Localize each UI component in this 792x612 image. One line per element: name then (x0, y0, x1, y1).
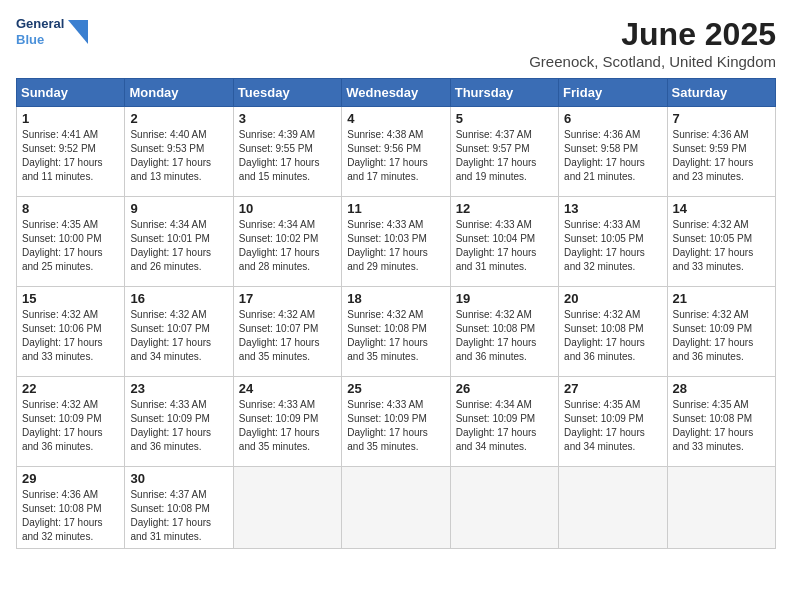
day-number: 10 (239, 201, 336, 216)
title-block: June 2025 Greenock, Scotland, United Kin… (529, 16, 776, 70)
day-number: 19 (456, 291, 553, 306)
day-number: 16 (130, 291, 227, 306)
calendar-day-cell: 25Sunrise: 4:33 AMSunset: 10:09 PMDaylig… (342, 377, 450, 467)
calendar-day-header: Monday (125, 79, 233, 107)
day-info: Sunrise: 4:35 AMSunset: 10:09 PMDaylight… (564, 399, 645, 452)
calendar-table: SundayMondayTuesdayWednesdayThursdayFrid… (16, 78, 776, 549)
day-number: 27 (564, 381, 661, 396)
day-info: Sunrise: 4:33 AMSunset: 10:04 PMDaylight… (456, 219, 537, 272)
logo-triangle-icon (68, 20, 88, 44)
calendar-day-cell (667, 467, 775, 549)
day-number: 4 (347, 111, 444, 126)
logo: General Blue (16, 16, 88, 47)
calendar-day-cell (342, 467, 450, 549)
day-info: Sunrise: 4:32 AMSunset: 10:08 PMDaylight… (564, 309, 645, 362)
day-number: 28 (673, 381, 770, 396)
day-number: 17 (239, 291, 336, 306)
calendar-day-header: Friday (559, 79, 667, 107)
day-number: 11 (347, 201, 444, 216)
calendar-day-cell: 9Sunrise: 4:34 AMSunset: 10:01 PMDayligh… (125, 197, 233, 287)
day-number: 29 (22, 471, 119, 486)
calendar-day-header: Thursday (450, 79, 558, 107)
day-number: 25 (347, 381, 444, 396)
day-info: Sunrise: 4:41 AMSunset: 9:52 PMDaylight:… (22, 129, 103, 182)
calendar-week-row: 15Sunrise: 4:32 AMSunset: 10:06 PMDaylig… (17, 287, 776, 377)
calendar-day-header: Wednesday (342, 79, 450, 107)
day-info: Sunrise: 4:32 AMSunset: 10:07 PMDaylight… (239, 309, 320, 362)
day-number: 8 (22, 201, 119, 216)
day-number: 21 (673, 291, 770, 306)
subtitle: Greenock, Scotland, United Kingdom (529, 53, 776, 70)
day-number: 13 (564, 201, 661, 216)
day-info: Sunrise: 4:35 AMSunset: 10:00 PMDaylight… (22, 219, 103, 272)
calendar-day-cell: 24Sunrise: 4:33 AMSunset: 10:09 PMDaylig… (233, 377, 341, 467)
day-number: 24 (239, 381, 336, 396)
page-header: General Blue June 2025 Greenock, Scotlan… (16, 16, 776, 70)
calendar-day-cell: 18Sunrise: 4:32 AMSunset: 10:08 PMDaylig… (342, 287, 450, 377)
day-number: 26 (456, 381, 553, 396)
calendar-day-cell: 6Sunrise: 4:36 AMSunset: 9:58 PMDaylight… (559, 107, 667, 197)
calendar-day-cell (450, 467, 558, 549)
day-number: 3 (239, 111, 336, 126)
calendar-day-cell: 3Sunrise: 4:39 AMSunset: 9:55 PMDaylight… (233, 107, 341, 197)
calendar-day-cell: 1Sunrise: 4:41 AMSunset: 9:52 PMDaylight… (17, 107, 125, 197)
day-info: Sunrise: 4:34 AMSunset: 10:09 PMDaylight… (456, 399, 537, 452)
day-info: Sunrise: 4:32 AMSunset: 10:06 PMDaylight… (22, 309, 103, 362)
day-info: Sunrise: 4:35 AMSunset: 10:08 PMDaylight… (673, 399, 754, 452)
day-info: Sunrise: 4:32 AMSunset: 10:08 PMDaylight… (347, 309, 428, 362)
calendar-day-cell: 28Sunrise: 4:35 AMSunset: 10:08 PMDaylig… (667, 377, 775, 467)
calendar-day-cell: 7Sunrise: 4:36 AMSunset: 9:59 PMDaylight… (667, 107, 775, 197)
calendar-day-cell: 11Sunrise: 4:33 AMSunset: 10:03 PMDaylig… (342, 197, 450, 287)
day-info: Sunrise: 4:33 AMSunset: 10:09 PMDaylight… (347, 399, 428, 452)
day-info: Sunrise: 4:40 AMSunset: 9:53 PMDaylight:… (130, 129, 211, 182)
calendar-day-cell: 4Sunrise: 4:38 AMSunset: 9:56 PMDaylight… (342, 107, 450, 197)
day-info: Sunrise: 4:32 AMSunset: 10:09 PMDaylight… (22, 399, 103, 452)
calendar-day-cell: 12Sunrise: 4:33 AMSunset: 10:04 PMDaylig… (450, 197, 558, 287)
calendar-day-header: Tuesday (233, 79, 341, 107)
calendar-week-row: 22Sunrise: 4:32 AMSunset: 10:09 PMDaylig… (17, 377, 776, 467)
calendar-header-row: SundayMondayTuesdayWednesdayThursdayFrid… (17, 79, 776, 107)
calendar-day-cell: 2Sunrise: 4:40 AMSunset: 9:53 PMDaylight… (125, 107, 233, 197)
day-info: Sunrise: 4:32 AMSunset: 10:07 PMDaylight… (130, 309, 211, 362)
day-info: Sunrise: 4:32 AMSunset: 10:09 PMDaylight… (673, 309, 754, 362)
day-info: Sunrise: 4:37 AMSunset: 9:57 PMDaylight:… (456, 129, 537, 182)
day-number: 15 (22, 291, 119, 306)
calendar-day-cell: 19Sunrise: 4:32 AMSunset: 10:08 PMDaylig… (450, 287, 558, 377)
day-number: 23 (130, 381, 227, 396)
calendar-day-header: Sunday (17, 79, 125, 107)
day-number: 7 (673, 111, 770, 126)
calendar-day-cell: 29Sunrise: 4:36 AMSunset: 10:08 PMDaylig… (17, 467, 125, 549)
calendar-day-cell (559, 467, 667, 549)
calendar-day-cell (233, 467, 341, 549)
day-info: Sunrise: 4:33 AMSunset: 10:09 PMDaylight… (239, 399, 320, 452)
day-number: 2 (130, 111, 227, 126)
day-number: 6 (564, 111, 661, 126)
day-info: Sunrise: 4:32 AMSunset: 10:05 PMDaylight… (673, 219, 754, 272)
day-info: Sunrise: 4:38 AMSunset: 9:56 PMDaylight:… (347, 129, 428, 182)
calendar-day-cell: 16Sunrise: 4:32 AMSunset: 10:07 PMDaylig… (125, 287, 233, 377)
calendar-day-cell: 26Sunrise: 4:34 AMSunset: 10:09 PMDaylig… (450, 377, 558, 467)
day-number: 1 (22, 111, 119, 126)
calendar-week-row: 8Sunrise: 4:35 AMSunset: 10:00 PMDayligh… (17, 197, 776, 287)
calendar-day-cell: 27Sunrise: 4:35 AMSunset: 10:09 PMDaylig… (559, 377, 667, 467)
day-info: Sunrise: 4:33 AMSunset: 10:03 PMDaylight… (347, 219, 428, 272)
day-info: Sunrise: 4:36 AMSunset: 9:59 PMDaylight:… (673, 129, 754, 182)
calendar-day-cell: 21Sunrise: 4:32 AMSunset: 10:09 PMDaylig… (667, 287, 775, 377)
day-number: 22 (22, 381, 119, 396)
day-number: 20 (564, 291, 661, 306)
calendar-day-cell: 23Sunrise: 4:33 AMSunset: 10:09 PMDaylig… (125, 377, 233, 467)
day-info: Sunrise: 4:32 AMSunset: 10:08 PMDaylight… (456, 309, 537, 362)
day-number: 9 (130, 201, 227, 216)
day-info: Sunrise: 4:39 AMSunset: 9:55 PMDaylight:… (239, 129, 320, 182)
day-number: 30 (130, 471, 227, 486)
day-info: Sunrise: 4:37 AMSunset: 10:08 PMDaylight… (130, 489, 211, 542)
calendar-day-cell: 22Sunrise: 4:32 AMSunset: 10:09 PMDaylig… (17, 377, 125, 467)
calendar-day-header: Saturday (667, 79, 775, 107)
day-info: Sunrise: 4:36 AMSunset: 10:08 PMDaylight… (22, 489, 103, 542)
calendar-day-cell: 5Sunrise: 4:37 AMSunset: 9:57 PMDaylight… (450, 107, 558, 197)
day-number: 14 (673, 201, 770, 216)
calendar-day-cell: 15Sunrise: 4:32 AMSunset: 10:06 PMDaylig… (17, 287, 125, 377)
day-number: 5 (456, 111, 553, 126)
day-info: Sunrise: 4:33 AMSunset: 10:05 PMDaylight… (564, 219, 645, 272)
day-info: Sunrise: 4:34 AMSunset: 10:02 PMDaylight… (239, 219, 320, 272)
